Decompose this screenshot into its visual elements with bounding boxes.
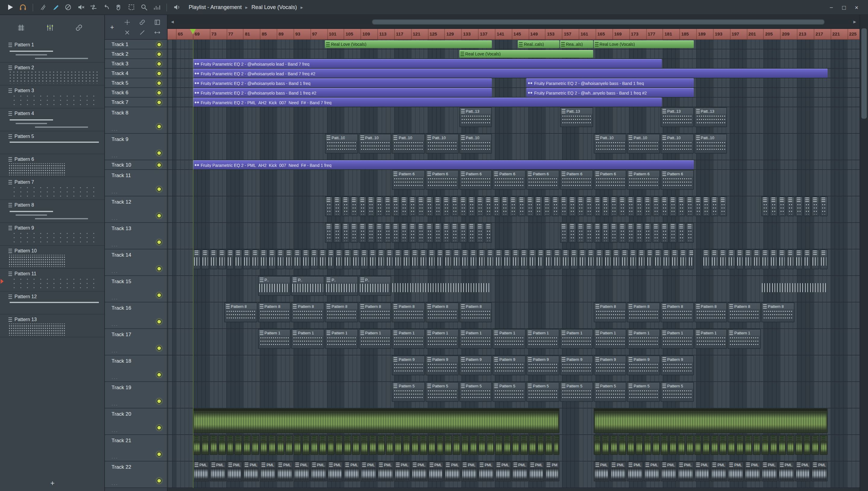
pattern-clip[interactable]: P.. <box>663 250 671 269</box>
pattern-clip[interactable]: P.. <box>602 435 610 455</box>
pattern-clip[interactable]: P.. <box>587 250 595 269</box>
pattern-clip[interactable]: P.. <box>585 223 593 243</box>
pattern-clip[interactable]: PML..PM <box>711 461 727 481</box>
automation-clip[interactable]: Fruity Parametric EQ 2 - @whoisanyelo ba… <box>526 78 694 87</box>
track-lane-1[interactable]: Real Love (Vocals)Real..cals)Rea..als)Re… <box>168 40 860 49</box>
pattern-clip[interactable]: P.. <box>728 435 735 455</box>
track-mute-led[interactable] <box>157 187 162 192</box>
pattern-clip[interactable]: P.. <box>436 250 444 269</box>
pattern-clip[interactable]: P.. <box>669 223 677 243</box>
pattern-clip[interactable]: P.. <box>443 196 450 216</box>
pattern-clip[interactable]: PML..PM <box>644 461 660 481</box>
pattern-clip[interactable]: P.. <box>669 435 677 455</box>
pattern-clip[interactable]: P.. <box>638 250 645 269</box>
pattern-clip[interactable]: Pattern 5 <box>661 382 694 402</box>
pattern-clip[interactable]: P.. <box>610 196 618 216</box>
pattern-clip[interactable]: P.. <box>495 250 503 269</box>
pattern-clip[interactable]: P.. <box>646 250 654 269</box>
pattern-clip[interactable]: P.. <box>685 196 694 216</box>
track-header-18[interactable]: Track 18... <box>105 355 167 382</box>
track-header-7[interactable]: Track 7 <box>105 97 167 107</box>
pattern-clip[interactable]: P.. <box>459 223 467 243</box>
pattern-clip[interactable]: P.. <box>562 250 570 269</box>
pattern-clip[interactable]: Pattern 8 <box>325 302 358 322</box>
automation-clip[interactable]: Fruity Parametric EQ 2 - @whoisanyelo le… <box>193 59 662 68</box>
pattern-clip[interactable]: PML..PM <box>545 461 559 481</box>
pattern-clip[interactable]: Pattern 6 <box>593 170 626 190</box>
pattern-clip[interactable]: P.. <box>468 223 475 243</box>
pattern-clip[interactable]: Patt..10 <box>593 134 626 154</box>
track-header-3[interactable]: Track 3 <box>105 59 167 69</box>
track-mute-led[interactable] <box>157 346 162 351</box>
track-header-20[interactable]: Track 20... <box>105 408 167 435</box>
pattern-item-8[interactable]: Pattern 8 <box>0 200 104 223</box>
pattern-clip[interactable]: P.. <box>386 435 394 455</box>
pattern-clip[interactable]: P.. <box>277 435 284 455</box>
pattern-clip[interactable]: P.. <box>803 435 811 455</box>
pattern-clip[interactable]: P.. <box>344 250 352 269</box>
track-lane-2[interactable]: Real Love (Vocals) <box>168 49 860 59</box>
pattern-clip[interactable]: P.. <box>342 223 349 243</box>
pattern-clip[interactable]: P.. <box>669 196 677 216</box>
pattern-clip[interactable]: P.. <box>661 435 669 455</box>
pattern-clip[interactable]: P.. <box>425 223 433 243</box>
play-icon[interactable] <box>5 2 16 13</box>
track-lane-19[interactable]: Pattern 5Pattern 5Pattern 5Pattern 5Patt… <box>168 382 860 408</box>
pattern-clip[interactable]: Pattern 5 <box>459 382 492 402</box>
pattern-clip[interactable]: PML..PM <box>193 461 209 481</box>
pattern-clip[interactable]: P.. <box>377 250 385 269</box>
pattern-clip[interactable]: P.. <box>593 435 601 455</box>
scroll-left-icon[interactable]: ◂ <box>169 18 176 26</box>
track-lane-11[interactable]: Pattern 6Pattern 6Pattern 6Pattern 6Patt… <box>168 170 860 196</box>
pattern-clip[interactable]: P.. <box>545 435 553 455</box>
pattern-clip[interactable]: PML..PM <box>778 461 794 481</box>
timeline-ruler[interactable]: 6569737781858993971011051091131171211251… <box>168 29 860 40</box>
pattern-clip[interactable]: P.. <box>386 250 394 269</box>
pattern-item-1[interactable]: Pattern 1 <box>0 40 104 63</box>
mixer-faders-icon[interactable] <box>45 22 55 33</box>
pattern-clip[interactable]: Pattern 1 <box>258 329 290 349</box>
stretch-icon[interactable] <box>151 27 163 38</box>
pattern-clip[interactable]: P.. <box>285 435 293 455</box>
audio-clip[interactable]: Real Love (Vocals) <box>593 40 694 48</box>
pattern-clip[interactable]: P.. <box>484 223 492 243</box>
slip-icon[interactable] <box>37 2 48 13</box>
pattern-clip[interactable]: P.. <box>720 250 727 269</box>
link-icon[interactable] <box>74 22 84 33</box>
pattern-clip[interactable]: P.. <box>786 435 794 455</box>
focus-icon[interactable] <box>121 17 132 27</box>
pattern-clip[interactable]: PML..PM <box>661 461 677 481</box>
pattern-clip[interactable]: P.. <box>268 435 276 455</box>
track-header-13[interactable]: Track 13... <box>105 223 167 250</box>
pattern-clip[interactable]: P.. <box>595 250 604 269</box>
pattern-clip[interactable]: Pattern 1 <box>459 329 492 349</box>
pattern-item-2[interactable]: Pattern 2 <box>0 63 104 86</box>
pattern-clip[interactable]: P.. <box>552 196 559 216</box>
track-mute-led[interactable] <box>157 71 162 76</box>
pattern-clip[interactable]: P.. <box>428 435 436 455</box>
zoom-icon[interactable] <box>139 2 149 13</box>
pattern-clip[interactable]: P.. <box>770 435 778 455</box>
pattern-clip[interactable]: Patt..10 <box>325 134 358 154</box>
automation-clip[interactable]: Fruity Parametric EQ 2 - @wh..anyelo bas… <box>526 88 694 97</box>
track-lane-5[interactable]: Fruity Parametric EQ 2 - @whoisanyelo ba… <box>168 78 860 88</box>
pattern-clip[interactable]: P.. <box>577 223 584 243</box>
pattern-clip[interactable]: P.. <box>478 435 486 455</box>
pattern-clip[interactable]: P.. <box>476 196 484 216</box>
pattern-clip[interactable]: Pattern 8 <box>224 302 257 322</box>
pattern-clip[interactable]: P.. <box>619 223 626 243</box>
pattern-clip[interactable]: P.. <box>593 223 601 243</box>
audio-wave-clip[interactable] <box>593 408 828 433</box>
pattern-clip[interactable]: P.. <box>359 223 366 243</box>
track-mute-led[interactable] <box>157 425 162 430</box>
pattern-clip[interactable]: P.. <box>394 250 402 269</box>
pattern-clip[interactable]: P.. <box>560 196 568 216</box>
pattern-clip[interactable]: P.. <box>333 196 341 216</box>
automation-clip[interactable]: Fruity Parametric EQ 2 - @whoisanyelo ba… <box>193 78 492 87</box>
pattern-clip[interactable]: P.. <box>685 223 694 243</box>
pattern-clip[interactable]: P.. <box>545 250 553 269</box>
cut-icon[interactable] <box>121 27 132 38</box>
pattern-clip[interactable]: P.. <box>377 435 385 455</box>
pattern-clip[interactable]: P.. <box>570 250 578 269</box>
track-lane-21[interactable]: P..P..P..P..P..P..P..P..P..P..P..P..P..P… <box>168 435 860 461</box>
